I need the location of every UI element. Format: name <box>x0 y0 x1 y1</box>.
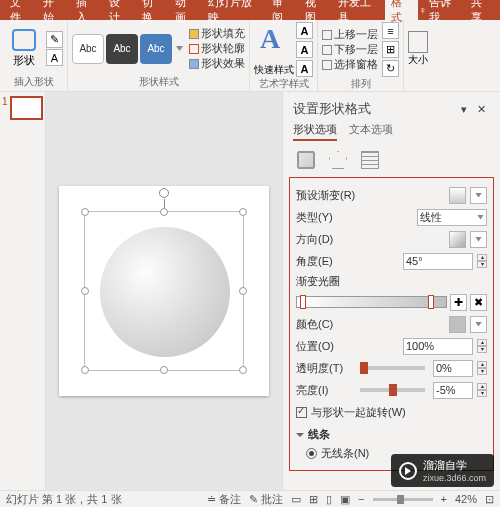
rotate-button[interactable]: ↻ <box>382 60 399 77</box>
share-button[interactable]: 共享 <box>467 0 496 25</box>
position-spinner[interactable]: ▴▾ <box>477 339 487 353</box>
view-slideshow-icon[interactable]: ▣ <box>340 493 350 506</box>
effects-icon[interactable] <box>329 151 347 169</box>
quick-styles-button[interactable]: A 快速样式 <box>254 23 294 77</box>
rotate-handle[interactable] <box>159 188 169 198</box>
rotate-with-shape-label: 与形状一起旋转(W) <box>311 405 406 420</box>
styles-more-icon[interactable] <box>176 46 183 51</box>
no-line-label: 无线条(N) <box>321 446 369 461</box>
gradient-stop[interactable] <box>428 295 434 309</box>
style-swatch-2[interactable]: Abc <box>106 34 138 64</box>
brightness-input[interactable]: -5% <box>433 382 473 399</box>
group-wordart: A 快速样式 A A A 艺术字样式 <box>250 20 318 91</box>
panel-tab-shape[interactable]: 形状选项 <box>293 122 337 141</box>
direction-dropdown[interactable] <box>470 231 487 248</box>
zoom-level[interactable]: 42% <box>455 493 477 505</box>
comments-button[interactable]: ✎ 批注 <box>249 492 283 507</box>
canvas[interactable] <box>46 92 282 490</box>
gradient-track[interactable] <box>296 296 447 308</box>
resize-handle[interactable] <box>81 208 89 216</box>
highlighted-area: 预设渐变(R) 类型(Y) 线性 方向(D) 角度(E) 45° ▴▾ <box>289 177 494 471</box>
watermark-url: zixue.3d66.com <box>423 473 486 483</box>
preset-gradient-button[interactable] <box>449 187 466 204</box>
shape-outline-button[interactable]: 形状轮廓 <box>189 42 245 56</box>
text-outline-button[interactable]: A <box>296 41 313 58</box>
view-normal-icon[interactable]: ▭ <box>291 493 301 506</box>
slide-thumb-1[interactable] <box>10 96 43 120</box>
selection-box[interactable] <box>84 211 244 371</box>
send-backward-button[interactable]: 下移一层 <box>322 43 378 57</box>
expand-icon <box>296 433 304 437</box>
align-button[interactable]: ≡ <box>382 22 399 39</box>
gradient-stops-label: 渐变光圈 <box>296 272 487 291</box>
format-shape-panel: 设置形状格式 ▾ ✕ 形状选项 文本选项 预设渐变(R) 类型(Y) 线性 <box>282 92 500 490</box>
no-line-radio[interactable] <box>306 448 317 459</box>
zoom-in-button[interactable]: + <box>441 493 447 505</box>
panel-close-button[interactable]: ✕ <box>473 103 490 116</box>
shape-fill-button[interactable]: 形状填充 <box>189 27 245 41</box>
resize-handle[interactable] <box>81 287 89 295</box>
type-select[interactable]: 线性 <box>417 209 487 226</box>
remove-stop-button[interactable]: ✖ <box>470 294 487 311</box>
color-button[interactable] <box>449 316 466 333</box>
fill-line-icon[interactable] <box>297 151 315 169</box>
direction-button[interactable] <box>449 231 466 248</box>
zoom-out-button[interactable]: − <box>358 493 364 505</box>
view-sorter-icon[interactable]: ⊞ <box>309 493 318 506</box>
direction-label: 方向(D) <box>296 232 445 247</box>
group-button[interactable]: ⊞ <box>382 41 399 58</box>
quick-styles-label: 快速样式 <box>254 63 294 77</box>
panel-tab-text[interactable]: 文本选项 <box>349 122 393 141</box>
zoom-slider[interactable] <box>373 498 433 501</box>
position-input[interactable]: 100% <box>403 338 473 355</box>
transparency-spinner[interactable]: ▴▾ <box>477 361 487 375</box>
status-bar: 幻灯片 第 1 张，共 1 张 ≐ 备注 ✎ 批注 ▭ ⊞ ▯ ▣ − + 42… <box>0 490 500 507</box>
resize-handle[interactable] <box>239 366 247 374</box>
resize-handle[interactable] <box>239 287 247 295</box>
group-shape-styles: Abc Abc Abc 形状填充 形状轮廓 形状效果 形状样式 <box>68 20 250 91</box>
edit-shape-button[interactable]: ✎ <box>46 31 63 48</box>
view-reading-icon[interactable]: ▯ <box>326 493 332 506</box>
style-swatch-1[interactable]: Abc <box>72 34 104 64</box>
group-size: 大小 <box>404 20 432 91</box>
text-fill-button[interactable]: A <box>296 22 313 39</box>
gradient-stop[interactable] <box>300 295 306 309</box>
line-section-header[interactable]: 线条 <box>296 427 487 442</box>
size-button[interactable]: 大小 <box>408 31 428 67</box>
group-caption <box>417 75 420 89</box>
fit-to-window-button[interactable]: ⊡ <box>485 493 494 506</box>
style-swatch-3[interactable]: Abc <box>140 34 172 64</box>
selection-pane-button[interactable]: 选择窗格 <box>322 58 378 72</box>
shapes-button[interactable]: 形状 <box>4 24 44 74</box>
size-properties-icon[interactable] <box>361 151 379 169</box>
brightness-label: 亮度(I) <box>296 383 352 398</box>
shape-effects-button[interactable]: 形状效果 <box>189 57 245 71</box>
circle-shape[interactable] <box>100 227 230 357</box>
preset-dropdown[interactable] <box>470 187 487 204</box>
resize-handle[interactable] <box>81 366 89 374</box>
brightness-spinner[interactable]: ▴▾ <box>477 383 487 397</box>
resize-handle[interactable] <box>239 208 247 216</box>
workspace: 1 设置形状格式 ▾ ✕ 形状选项 <box>0 92 500 490</box>
transparency-slider[interactable] <box>360 366 425 370</box>
angle-spinner[interactable]: ▴▾ <box>477 254 487 268</box>
thumb-number: 1 <box>2 96 8 120</box>
panel-category-icons <box>283 141 500 175</box>
angle-input[interactable]: 45° <box>403 253 473 270</box>
resize-handle[interactable] <box>160 208 168 216</box>
color-dropdown[interactable] <box>470 316 487 333</box>
group-caption: 排列 <box>351 77 371 91</box>
text-effects-button[interactable]: A <box>296 60 313 77</box>
add-stop-button[interactable]: ✚ <box>450 294 467 311</box>
color-label: 颜色(C) <box>296 317 445 332</box>
brightness-slider[interactable] <box>360 388 425 392</box>
group-insert-shapes: 形状 ✎A 插入形状 <box>0 20 68 91</box>
panel-title: 设置形状格式 <box>293 100 455 118</box>
rotate-with-shape-checkbox[interactable] <box>296 407 307 418</box>
text-box-button[interactable]: A <box>46 49 63 66</box>
transparency-input[interactable]: 0% <box>433 360 473 377</box>
resize-handle[interactable] <box>160 366 168 374</box>
notes-button[interactable]: ≐ 备注 <box>207 492 241 507</box>
bring-forward-button[interactable]: 上移一层 <box>322 28 378 42</box>
panel-dropdown-icon[interactable]: ▾ <box>455 103 473 116</box>
